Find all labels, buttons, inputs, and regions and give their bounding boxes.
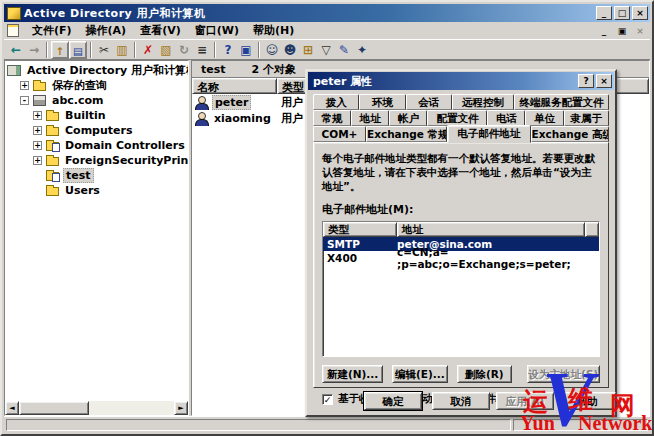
new-window-icon[interactable]: ▣: [237, 41, 255, 58]
expander-icon[interactable]: +: [33, 126, 42, 135]
tree-item-foreign-security-principals[interactable]: + ForeignSecurityPrincipals: [7, 153, 188, 168]
email-addresses-tab-page: 每个电子邮件地址类型都有一个默认答复地址。若要更改默认答复地址，请在下表中选择一…: [313, 142, 609, 388]
tab-sessions[interactable]: 会话: [406, 94, 452, 110]
dialog-title: peter 属性: [313, 74, 576, 89]
scroll-left-icon[interactable]: ◄: [5, 401, 19, 415]
tab-com-plus[interactable]: COM+: [313, 126, 366, 142]
menu-help[interactable]: 帮助(H): [246, 21, 301, 40]
mdi-controls: _ ▣ ×: [594, 24, 650, 38]
dialog-body: 拨入 环境 会话 远程控制 终端服务配置文件 常规 地址 帐户 配置文件 电话 …: [308, 91, 614, 414]
expander-icon[interactable]: +: [20, 81, 29, 90]
tree-item-domain-controllers[interactable]: + Domain Controllers: [7, 138, 188, 153]
tree-item-saved-queries[interactable]: + 保存的查询: [7, 78, 188, 93]
email-list-label: 电子邮件地址(M):: [322, 202, 600, 217]
user-icon: [194, 112, 208, 125]
show-console-tree-icon[interactable]: ▤: [69, 41, 87, 59]
mdi-restore-button[interactable]: ▣: [614, 24, 630, 38]
email-column-type[interactable]: 类型: [323, 222, 397, 237]
email-buttons-row: 新建(N)... 编辑(E)... 删除(R) 设为主地址(S): [322, 365, 600, 383]
expander-icon[interactable]: +: [33, 111, 42, 120]
back-icon[interactable]: ←: [7, 41, 25, 58]
maximize-button[interactable]: □: [614, 6, 630, 20]
titlebar: Active Directory 用户和计算机 _ □ ×: [4, 4, 650, 22]
new-group-icon[interactable]: ☻: [281, 41, 299, 58]
dialog-help-button[interactable]: ?: [578, 74, 594, 88]
menu-view[interactable]: 查看(V): [133, 21, 188, 40]
mdi-minimize-button[interactable]: _: [596, 24, 612, 38]
expander-icon[interactable]: +: [33, 141, 42, 150]
close-button[interactable]: ×: [632, 6, 648, 20]
tab-exchange-advanced[interactable]: Exchange 高级: [531, 126, 609, 142]
scrollbar-thumb[interactable]: [19, 401, 89, 415]
tree-item-computers[interactable]: + Computers: [7, 123, 188, 138]
paste-icon[interactable]: ▥: [113, 41, 131, 58]
remove-button[interactable]: 删除(R): [457, 365, 512, 383]
menu-window[interactable]: 窗口(W): [188, 21, 246, 40]
export-list-icon[interactable]: ≡: [193, 41, 211, 58]
tab-dial-in[interactable]: 拨入: [313, 94, 359, 110]
ou-folder-icon: [46, 142, 59, 151]
tab-row-2: 常规 地址 帐户 配置文件 电话 单位 隶属于: [308, 110, 614, 126]
tab-remote-control[interactable]: 远程控制: [452, 94, 514, 110]
tree-item-root[interactable]: Active Directory 用户和计算机 [03:: [7, 63, 188, 78]
forward-icon: →: [25, 41, 43, 58]
cut-icon[interactable]: ✂: [95, 41, 113, 58]
email-column-address[interactable]: 地址: [397, 222, 585, 237]
toolbar-separator: [46, 42, 48, 58]
tab-exchange-general[interactable]: Exchange 常规: [366, 126, 447, 142]
tree-item-builtin[interactable]: + Builtin: [7, 108, 188, 123]
minimize-button[interactable]: _: [596, 6, 612, 20]
new-button[interactable]: 新建(N)...: [322, 365, 383, 383]
email-row-x400[interactable]: X400 c=CN;a= ;p=abc;o=Exchange;s=peter;: [323, 251, 599, 265]
tab-telephones[interactable]: 电话: [487, 110, 525, 126]
tab-member-of[interactable]: 隶属于: [564, 110, 609, 126]
up-one-level-icon[interactable]: ↑: [51, 41, 69, 59]
properties-icon[interactable]: ▧: [157, 41, 175, 58]
expander-icon[interactable]: +: [33, 156, 42, 165]
tab-organization[interactable]: 单位: [525, 110, 563, 126]
toolbar-separator: [134, 42, 136, 58]
find-icon[interactable]: ✎: [335, 41, 353, 58]
directory-root-icon: [7, 65, 21, 76]
tab-terminal-services-profile[interactable]: 终端服务配置文件: [514, 94, 609, 110]
tree-horizontal-scrollbar[interactable]: ◄ ►: [5, 401, 188, 415]
help-button[interactable]: 帮助: [558, 392, 616, 410]
tab-general[interactable]: 常规: [313, 110, 351, 126]
tab-email-addresses[interactable]: 电子邮件地址: [447, 125, 531, 143]
tab-environment[interactable]: 环境: [359, 94, 405, 110]
main-window: Active Directory 用户和计算机 _ □ × 文件(F) 操作(A…: [0, 0, 654, 436]
folder-icon: [46, 127, 59, 136]
banner-object-count: 2 个对象: [252, 62, 296, 77]
dialog-close-button[interactable]: ×: [596, 74, 612, 88]
delete-icon[interactable]: ✗: [139, 41, 157, 58]
set-as-primary-button: 设为主地址(S): [527, 365, 600, 383]
tab-row-3: COM+ Exchange 常规 电子邮件地址 Exchange 高级: [308, 126, 614, 142]
cancel-button[interactable]: 取消: [432, 392, 490, 410]
help-icon[interactable]: ?: [219, 41, 237, 58]
delegate-icon[interactable]: ✦: [353, 41, 371, 58]
dialog-footer: 确定 取消 应用(A) 帮助: [308, 392, 614, 410]
folder-icon: [46, 157, 59, 166]
tab-profile[interactable]: 配置文件: [427, 110, 487, 126]
menu-action[interactable]: 操作(A): [79, 21, 134, 40]
scrollbar-track[interactable]: [89, 401, 174, 415]
status-panel: [6, 419, 511, 431]
ok-button[interactable]: 确定: [364, 392, 422, 410]
edit-button[interactable]: 编辑(E)...: [392, 365, 447, 383]
column-header-name[interactable]: 名称: [192, 78, 277, 94]
console-tree-pane: Active Directory 用户和计算机 [03: + 保存的查询 - a…: [4, 60, 189, 416]
new-ou-icon[interactable]: ⊞: [299, 41, 317, 58]
tab-account[interactable]: 帐户: [389, 110, 427, 126]
menu-file[interactable]: 文件(F): [25, 21, 79, 40]
tree-item-users[interactable]: Users: [7, 183, 188, 198]
expander-icon[interactable]: -: [20, 96, 29, 105]
banner-title: test: [201, 63, 226, 76]
tree-item-test[interactable]: test: [7, 168, 188, 183]
filter-icon[interactable]: ▽: [317, 41, 335, 58]
scroll-right-icon[interactable]: ►: [174, 401, 188, 415]
tree-item-domain[interactable]: - abc.com: [7, 93, 188, 108]
properties-dialog: peter 属性 ? × 拨入 环境 会话 远程控制 终端服务配置文件 常规 地…: [305, 69, 617, 417]
new-user-icon[interactable]: ☺: [263, 41, 281, 58]
folder-icon: [33, 82, 46, 91]
tab-address[interactable]: 地址: [351, 110, 389, 126]
